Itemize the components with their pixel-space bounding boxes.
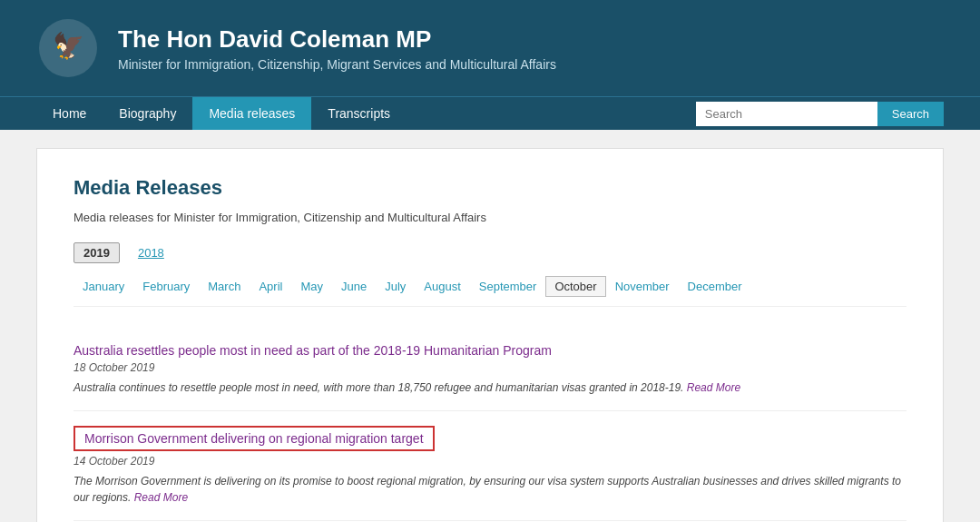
- nav-item-home[interactable]: Home: [36, 97, 103, 130]
- article-title-1[interactable]: Australia resettles people most in need …: [74, 343, 552, 358]
- government-logo: 🦅: [36, 16, 100, 80]
- nav-item-biography[interactable]: Biography: [103, 97, 192, 130]
- year-tabs: 2019 2018: [74, 242, 906, 263]
- nav-item-transcripts[interactable]: Transcripts: [311, 97, 407, 130]
- month-tab-august[interactable]: August: [415, 276, 469, 297]
- navigation: Home Biography Media releases Transcript…: [0, 96, 980, 130]
- month-tab-november[interactable]: November: [606, 276, 679, 297]
- main-content: Media Releases Media releases for Minist…: [36, 148, 944, 522]
- nav-item-media-releases[interactable]: Media releases: [192, 97, 311, 130]
- year-tab-2018[interactable]: 2018: [129, 243, 173, 262]
- minister-title: Minister for Immigration, Citizenship, M…: [118, 57, 556, 72]
- month-tab-january[interactable]: January: [74, 276, 133, 297]
- month-tab-april[interactable]: April: [250, 276, 291, 297]
- article-excerpt-1: Australia continues to resettle people m…: [74, 379, 906, 396]
- nav-links: Home Biography Media releases Transcript…: [36, 97, 407, 130]
- search-button[interactable]: Search: [877, 102, 944, 126]
- article-date-2: 14 October 2019: [74, 455, 906, 468]
- page-title: Media Releases: [74, 176, 906, 200]
- article-excerpt-2: The Morrison Government is delivering on…: [74, 473, 906, 506]
- month-tab-march[interactable]: March: [199, 276, 250, 297]
- header-text: The Hon David Coleman MP Minister for Im…: [118, 25, 556, 72]
- month-tab-june[interactable]: June: [332, 276, 376, 297]
- minister-name: The Hon David Coleman MP: [118, 25, 556, 54]
- svg-text:🦅: 🦅: [53, 31, 84, 61]
- month-tab-december[interactable]: December: [679, 276, 751, 297]
- month-tab-october[interactable]: October: [545, 276, 605, 297]
- search-input[interactable]: [696, 102, 877, 126]
- month-tabs: January February March April May June Ju…: [74, 276, 906, 307]
- year-tab-2019[interactable]: 2019: [74, 242, 120, 263]
- read-more-1[interactable]: Read More: [687, 381, 740, 394]
- month-tab-september[interactable]: September: [470, 276, 546, 297]
- search-area: Search: [696, 102, 944, 126]
- month-tab-july[interactable]: July: [376, 276, 415, 297]
- article-item: Morrison Government delivering on region…: [74, 411, 906, 521]
- read-more-2[interactable]: Read More: [134, 491, 188, 504]
- article-date-1: 18 October 2019: [74, 361, 906, 374]
- month-tab-february[interactable]: February: [133, 276, 199, 297]
- article-item: Australia resettles people most in need …: [74, 329, 906, 411]
- header: 🦅 The Hon David Coleman MP Minister for …: [0, 0, 980, 96]
- month-tab-may[interactable]: May: [291, 276, 332, 297]
- page-subtitle: Media releases for Minister for Immigrat…: [74, 211, 906, 224]
- article-title-2[interactable]: Morrison Government delivering on region…: [74, 426, 435, 451]
